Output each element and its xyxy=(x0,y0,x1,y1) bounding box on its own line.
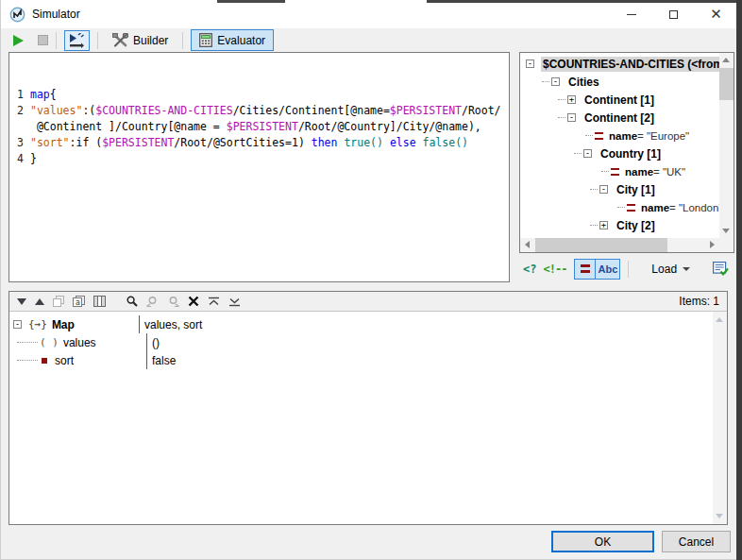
scroll-right-arrow[interactable] xyxy=(710,241,715,248)
load-button[interactable]: Load xyxy=(646,260,696,279)
tree-element-row[interactable]: -Cities xyxy=(520,73,719,91)
previous-button[interactable] xyxy=(35,298,44,305)
line-number: 2 xyxy=(9,103,24,119)
tree-horizontal-scrollbar[interactable] xyxy=(520,238,719,252)
tree-element-row[interactable]: -Country [1] xyxy=(520,144,719,162)
window-title: Simulator xyxy=(32,8,80,21)
tree-element-row[interactable]: -Continent [2] xyxy=(520,109,719,127)
expand-icon[interactable]: + xyxy=(567,95,576,104)
columns-button[interactable] xyxy=(93,296,106,307)
code-token: :( xyxy=(82,104,95,117)
code-token: /Root/@Country]/City/@name), xyxy=(298,120,481,133)
scroll-down-arrow[interactable] xyxy=(716,514,723,518)
code-token: $PERSISTENT xyxy=(102,136,174,149)
clear-button[interactable] xyxy=(188,296,199,307)
code-token xyxy=(416,136,423,149)
collapse-icon[interactable]: - xyxy=(526,59,534,68)
horizontal-scroll-thumb[interactable] xyxy=(535,238,667,252)
collapse-icon[interactable]: - xyxy=(13,320,22,329)
copy-button[interactable] xyxy=(53,296,64,307)
builder-tools-icon xyxy=(112,33,128,48)
scroll-down-arrow[interactable] xyxy=(722,229,730,233)
copy-text-icon: a xyxy=(73,296,85,307)
cancel-button[interactable]: Cancel xyxy=(662,531,731,552)
attribute-value: = "Europe" xyxy=(637,130,689,142)
next-button[interactable] xyxy=(17,298,26,305)
code-line: @Continent ]/Country[@name = $PERSISTENT… xyxy=(9,119,509,135)
tree-node-label: City [1] xyxy=(615,182,657,197)
tree-node-label: Country [1] xyxy=(599,146,663,161)
cancel-button-label: Cancel xyxy=(679,535,714,549)
copy-text-button[interactable]: a xyxy=(73,296,85,307)
minimize-button[interactable] xyxy=(610,0,652,28)
tree-element-row[interactable]: -City [1] xyxy=(520,180,719,198)
chevron-down-icon xyxy=(683,267,690,271)
tree-attribute-row[interactable]: name = "Europe" xyxy=(520,127,719,144)
result-row[interactable]: sortfalse xyxy=(9,351,713,369)
comment-icon[interactable]: <!-- xyxy=(543,263,566,276)
close-button[interactable]: ✕ xyxy=(695,0,737,28)
result-value: () xyxy=(146,333,160,351)
result-row[interactable]: -{→}Mapvalues, sort xyxy=(9,315,713,333)
scroll-left-arrow[interactable] xyxy=(525,241,530,248)
find-next-button[interactable] xyxy=(167,296,179,307)
separator xyxy=(56,32,57,49)
load-file-check-button[interactable] xyxy=(713,262,729,276)
maximize-button[interactable] xyxy=(652,0,695,28)
code-line: 2"values":($COUNTRIES-AND-CITIES/Cities/… xyxy=(9,103,509,119)
code-token: $COUNTRIES-AND-CITIES xyxy=(95,104,232,117)
separator xyxy=(628,261,629,278)
result-name: values xyxy=(63,336,96,349)
tree-element-row[interactable]: +Continent [1] xyxy=(520,91,719,109)
scroll-up-arrow[interactable] xyxy=(722,58,730,62)
tree-connector xyxy=(17,360,38,361)
ok-button-label: OK xyxy=(595,535,611,549)
evaluator-calculator-icon xyxy=(199,33,212,47)
scroll-top-button[interactable] xyxy=(208,297,220,307)
tree-node-label: Cities xyxy=(566,75,601,90)
scroll-up-arrow[interactable] xyxy=(716,317,723,322)
play-icon xyxy=(13,35,24,46)
simulator-app-icon xyxy=(9,7,25,23)
ok-button[interactable]: OK xyxy=(551,531,654,552)
atomic-type-icon xyxy=(42,358,47,364)
evaluator-button[interactable]: Evaluator xyxy=(191,29,274,51)
tree-toolbar: <? <!-- Abc Load xyxy=(519,256,734,281)
tree-connector xyxy=(558,99,565,100)
collapse-icon[interactable]: - xyxy=(599,185,608,194)
tree-attribute-row[interactable]: name = "London" xyxy=(520,198,719,216)
collapse-icon[interactable]: - xyxy=(567,113,576,122)
expand-icon[interactable]: + xyxy=(599,221,608,229)
result-row[interactable]: ( )values() xyxy=(9,333,713,351)
tree-attribute-row[interactable]: name = "UK" xyxy=(520,162,719,180)
evaluate-expression-button[interactable] xyxy=(64,30,90,51)
text-toggle-label: Abc xyxy=(598,263,617,275)
code-token: "sort" xyxy=(30,136,70,149)
evaluator-button-label: Evaluator xyxy=(217,34,265,47)
results-vertical-scrollbar[interactable] xyxy=(713,312,727,524)
tree-element-row[interactable]: -$COUNTRIES-AND-CITIES (<from simu xyxy=(520,55,719,73)
clear-icon xyxy=(188,296,199,307)
text-toggle[interactable]: Abc xyxy=(595,259,620,280)
find-previous-button[interactable] xyxy=(146,296,159,307)
builder-button[interactable]: Builder xyxy=(106,30,175,51)
tree-vertical-scrollbar[interactable] xyxy=(719,53,734,238)
run-button[interactable] xyxy=(13,35,24,46)
code-token: } xyxy=(30,152,37,165)
columns-icon xyxy=(93,296,106,307)
collapse-icon[interactable]: - xyxy=(551,77,560,86)
find-button[interactable] xyxy=(126,296,138,307)
tree-connector xyxy=(617,207,625,208)
stop-button[interactable] xyxy=(38,35,48,45)
copy-icon xyxy=(53,296,64,307)
collapse-icon[interactable]: - xyxy=(583,149,592,158)
xml-declaration-icon[interactable]: <? xyxy=(523,263,536,276)
scroll-bottom-button[interactable] xyxy=(228,297,241,307)
vertical-scroll-thumb[interactable] xyxy=(719,68,734,100)
code-token: map xyxy=(30,88,50,101)
tree-element-row[interactable]: +City [2] xyxy=(520,216,719,234)
attribute-name: name xyxy=(609,130,637,142)
attributes-toggle[interactable] xyxy=(574,259,596,280)
expression-editor[interactable]: 1map{2"values":($COUNTRIES-AND-CITIES/Ci… xyxy=(8,52,510,282)
svg-text:a: a xyxy=(76,298,80,307)
